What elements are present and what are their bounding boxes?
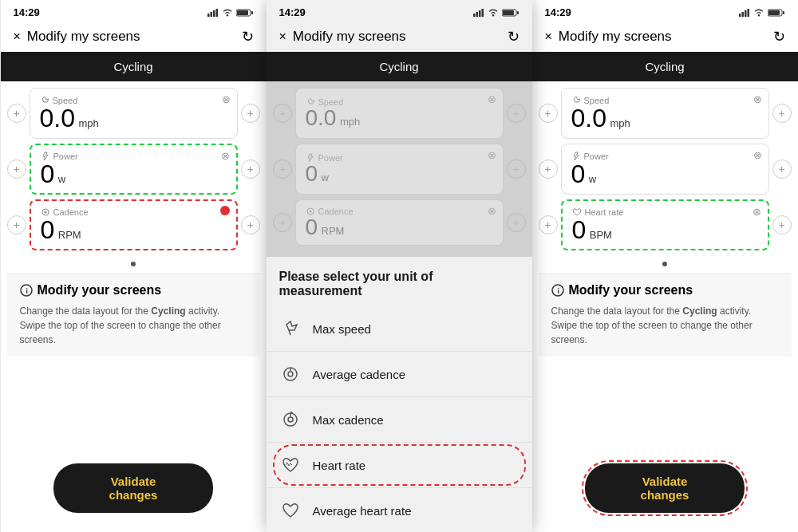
speed-card-middle: ⊗ Speed 0.0 mph [295,88,504,139]
speed-value-right: 0.0 [571,104,606,132]
close-button-left[interactable]: × [14,30,21,44]
max-speed-label: Max speed [313,322,371,336]
close-power-left[interactable]: ⊗ [221,150,230,162]
svg-rect-18 [503,10,514,15]
power-unit-left: w [58,173,65,185]
svg-rect-19 [517,11,519,14]
cadence-row-left: + Cadence 0 RPM + [7,199,260,250]
add-right-cadence-mid: + [507,213,526,232]
svg-rect-14 [479,10,481,17]
time-left: 14:29 [14,6,40,18]
power-value-left: 0 [41,160,55,188]
screen-editor-right: + ⊗ Speed 0.0 mph + + ⊗ Powe [532,81,798,532]
speed-row-right: + ⊗ Speed 0.0 mph + [539,88,792,139]
add-right-speed-mid: + [507,104,526,123]
avg-cadence-label: Average cadence [313,368,405,381]
svg-rect-3 [215,9,218,17]
close-speed-left[interactable]: ⊗ [222,93,231,105]
cadence-row-middle: + ⊗ Cadence 0 RPM + [273,199,526,246]
speed-card-right: ⊗ Speed 0.0 mph [561,88,769,139]
screen-editor-left: + ⊗ Speed 0.0 mph + + ⊗ Powe [1,81,267,532]
power-label-middle: Power [306,153,493,163]
svg-rect-15 [481,9,484,17]
heartrate-card-right: ⊗ Heart rate 0 BPM [561,199,769,250]
cadence-label-middle: Cadence [306,207,493,216]
close-cadence-mid: ⊗ [488,205,496,217]
measurement-item-heart-rate[interactable]: Heart rate [267,443,532,488]
svg-rect-6 [237,10,248,15]
add-left-speed-right[interactable]: + [539,104,558,123]
svg-rect-2 [213,10,215,17]
close-speed-right[interactable]: ⊗ [753,93,762,105]
close-button-middle[interactable]: × [279,30,286,44]
left-phone: 14:29 × Modify my screens ↻ Cycling + ⊗ … [1,0,267,532]
right-phone: 14:29 × Modify my screens ↻ Cycling + ⊗ … [532,0,798,532]
close-power-right[interactable]: ⊗ [753,149,762,161]
svg-rect-33 [747,9,749,17]
signal-icon-right [739,9,750,17]
validate-button-left[interactable]: Validate changes [53,463,213,513]
close-heartrate-right[interactable]: ⊗ [753,206,761,218]
status-icons-middle [473,9,519,17]
validate-wrapper-right: Validate changes [585,463,745,513]
svg-rect-37 [783,11,784,14]
info-section-left: i Modify your screens Change the data la… [7,273,260,357]
svg-point-34 [757,14,760,16]
svg-rect-7 [251,11,253,14]
cadence-card-middle: ⊗ Cadence 0 RPM [295,199,504,246]
header-middle: × Modify my screens ↻ [267,22,532,52]
signal-icon-middle [473,9,484,17]
add-left-power-right[interactable]: + [539,160,558,179]
measurement-item-avg-heart-rate[interactable]: Average heart rate [267,488,532,532]
battery-icon-middle [502,9,519,17]
power-value-right: 0 [571,160,586,188]
svg-text:i: i [557,287,559,295]
header-title-left: Modify my screens [27,29,140,45]
signal-icon [207,9,219,17]
svg-rect-13 [476,12,478,17]
speed-unit-mid: mph [340,116,360,128]
add-right-heartrate-right[interactable]: + [772,215,792,234]
status-icons-right [739,9,785,17]
wifi-icon-right [753,9,764,17]
add-left-cadence-mid: + [273,213,292,232]
close-power-mid: ⊗ [488,149,496,161]
svg-rect-30 [739,14,741,17]
add-left-heartrate-right[interactable]: + [539,215,558,234]
speed-unit-right: mph [610,117,630,129]
power-card-middle: ⊗ Power 0 w [295,144,504,195]
add-left-cadence-left[interactable]: + [7,215,26,234]
close-button-right[interactable]: × [545,30,552,44]
refresh-button-right[interactable]: ↻ [773,28,785,45]
svg-point-21 [309,211,311,213]
power-unit-right: w [589,173,596,185]
add-right-power-left[interactable]: + [241,160,260,179]
status-bar-right: 14:29 [532,0,798,22]
add-right-speed-right[interactable]: + [772,104,792,123]
measurement-item-max-speed[interactable]: Max speed [267,306,532,352]
tab-bar-middle: Cycling [267,52,532,81]
add-right-cadence-left[interactable]: + [241,215,260,234]
svg-rect-12 [473,14,476,17]
header-left-group: × Modify my screens [14,29,140,45]
avg-heart-rate-label: Average heart rate [313,504,412,518]
info-text-left: Change the data layout for the Cycling a… [20,304,247,347]
svg-rect-1 [210,12,212,17]
svg-point-26 [288,417,293,422]
add-left-speed-left[interactable]: + [7,104,26,123]
info-title-right: i Modify your screens [551,283,779,298]
refresh-button-middle[interactable]: ↻ [508,28,519,45]
add-right-power-right[interactable]: + [772,160,792,179]
refresh-button-left[interactable]: ↻ [242,28,254,45]
measurement-item-avg-cadence[interactable]: Average cadence [267,352,532,397]
speed-card-left: ⊗ Speed 0.0 mph [30,88,238,139]
power-row-right: + ⊗ Power 0 w + [539,144,792,195]
add-right-speed-left[interactable]: + [241,104,260,123]
middle-phone: 14:29 × Modify my screens ↻ Cycling + ⊗ … [267,0,532,532]
speed-row-left: + ⊗ Speed 0.0 mph + [7,88,260,139]
add-left-power-left[interactable]: + [7,160,26,179]
measurement-item-max-cadence[interactable]: Max cadence [267,397,532,443]
speed-row-middle: + ⊗ Speed 0.0 mph + [273,88,526,139]
dot-active-right [662,262,667,266]
power-row-middle: + ⊗ Power 0 w + [273,144,526,195]
